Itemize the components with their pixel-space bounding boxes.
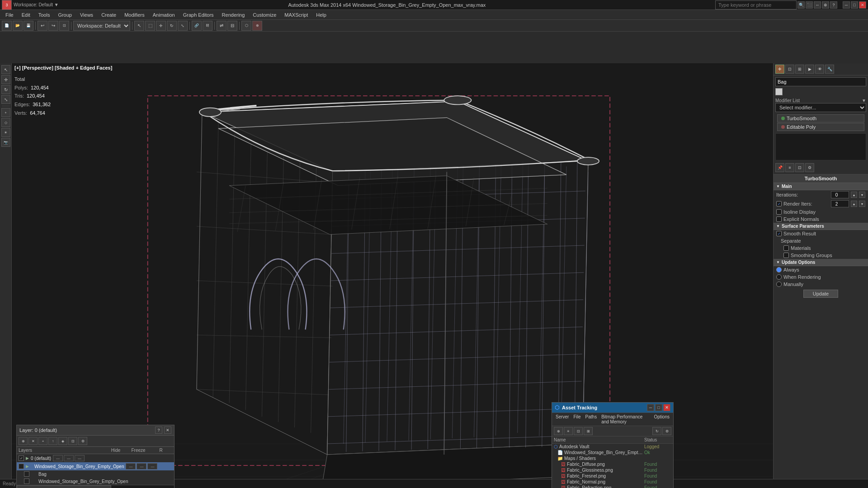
left-move[interactable]: ✛ xyxy=(1,75,10,84)
asset-panel-content[interactable]: ⬡ Autodesk Vault Logged 📄 Windowed_Stora… xyxy=(552,444,673,488)
layer-vis-bag[interactable] xyxy=(24,471,29,477)
asset-row-normal[interactable]: 🖼 Fabric_Normal.png Found xyxy=(552,479,673,485)
ts-explicit-check[interactable] xyxy=(776,216,782,222)
menu-maxscript[interactable]: MAXScript xyxy=(281,11,311,19)
panel-icon-hierarchy[interactable]: ⊞ xyxy=(795,65,804,74)
asset-row-fresnel[interactable]: 🖼 Fabric_Fresnel.png Found xyxy=(552,473,673,479)
menu-help[interactable]: Help xyxy=(312,11,330,19)
layer-vis-default[interactable] xyxy=(19,455,24,461)
swatch-color[interactable] xyxy=(775,88,783,95)
layer-item-windowed[interactable]: ▶ Windowed_Storage_Bin_Grey_Empty_Open —… xyxy=(17,462,174,470)
asset-close[interactable]: ✕ xyxy=(663,404,670,411)
ts-manually-radio[interactable] xyxy=(776,282,782,287)
panel-icon-motion[interactable]: ▶ xyxy=(805,65,814,74)
search-input[interactable] xyxy=(715,0,797,9)
asset-btn-4[interactable]: ⊞ xyxy=(584,427,593,435)
asset-row-vault[interactable]: ⬡ Autodesk Vault Logged xyxy=(552,444,673,450)
layer-scrollbar[interactable] xyxy=(17,485,174,488)
layer-new[interactable]: ⊕ xyxy=(19,437,28,445)
menu-create[interactable]: Create xyxy=(98,11,120,19)
layer-item-obj[interactable]: Windowed_Storage_Bin_Grey_Empty_Open xyxy=(17,478,174,485)
layer-item-bag[interactable]: Bag xyxy=(17,470,174,478)
modifier-list-dropdown[interactable]: Select modifier... xyxy=(775,103,866,112)
layer-r-windowed[interactable]: — xyxy=(147,463,157,469)
left-select[interactable]: ↖ xyxy=(1,65,10,74)
panel-icon-utilities[interactable]: 🔧 xyxy=(825,65,834,74)
panel-icon-create[interactable]: ✛ xyxy=(775,65,784,74)
asset-btn-3[interactable]: ⊡ xyxy=(574,427,583,435)
align-btn[interactable]: ⊟ xyxy=(227,21,237,31)
asset-maximize[interactable]: □ xyxy=(655,404,662,411)
asset-row-glossiness[interactable]: 🖼 Fabric_Glossiness.png Found xyxy=(552,467,673,473)
asset-row-maps[interactable]: 📁 Maps / Shaders xyxy=(552,455,673,461)
select-region-btn[interactable]: ⬚ xyxy=(145,21,155,31)
ts-renderiters-input[interactable] xyxy=(831,200,849,207)
undo-btn[interactable]: ↩ xyxy=(38,21,47,31)
layer-hide-default[interactable]: — xyxy=(53,455,63,461)
menu-tools[interactable]: Tools xyxy=(35,11,54,19)
workspace-selector[interactable]: Workspace: Default xyxy=(73,21,130,31)
new-btn[interactable]: 📄 xyxy=(2,21,12,31)
close-btn[interactable]: ✕ xyxy=(859,1,866,9)
link-btn[interactable]: 🔗 xyxy=(192,21,202,31)
asset-menu-bitmap[interactable]: Bitmap Performance and Memory xyxy=(599,414,651,425)
layer-settings[interactable]: ⚙ xyxy=(78,437,87,445)
scale-btn[interactable]: ⤡ xyxy=(178,21,188,31)
rp-show-active[interactable]: ⊡ xyxy=(795,163,804,172)
unlink-btn[interactable]: ⛓ xyxy=(203,21,212,31)
layer-delete[interactable]: ✕ xyxy=(28,437,38,445)
open-btn[interactable]: 📂 xyxy=(13,21,23,31)
menu-group[interactable]: Group xyxy=(54,11,75,19)
menu-file[interactable]: File xyxy=(2,11,17,19)
workspace-dropdown[interactable]: Workspace: Default ▼ xyxy=(14,2,59,7)
layer-item-default[interactable]: ▶ 0 (default) — — — xyxy=(17,454,174,462)
layer-select[interactable]: ↑ xyxy=(48,437,57,445)
asset-row-diffuse[interactable]: 🖼 Fabric_Diffuse.png Found xyxy=(552,461,673,467)
ts-update-button[interactable]: Update xyxy=(803,290,838,298)
viewport[interactable]: X Y Z [+] [Perspective] [Shaded + Edged … xyxy=(12,63,773,488)
modifier-turbosmooth[interactable]: TurboSmooth xyxy=(777,114,864,122)
layer-panel-question[interactable]: ? xyxy=(155,427,162,434)
ts-isoline-check[interactable] xyxy=(776,209,782,215)
save-btn[interactable]: 💾 xyxy=(24,21,33,31)
layer-panel-close[interactable]: ✕ xyxy=(164,427,171,434)
ts-always-radio[interactable] xyxy=(776,267,782,272)
rp-show-all[interactable]: ≡ xyxy=(785,163,794,172)
select-btn[interactable]: ↖ xyxy=(134,21,144,31)
left-camera[interactable]: 📷 xyxy=(1,138,10,147)
menu-rendering[interactable]: Rendering xyxy=(218,11,249,19)
material-btn[interactable]: ⬡ xyxy=(241,21,251,31)
object-name-input[interactable] xyxy=(775,77,866,86)
render-setup-btn[interactable]: ⊡ xyxy=(59,21,69,31)
mirror-btn[interactable]: ⇌ xyxy=(217,21,226,31)
asset-minimize[interactable]: ─ xyxy=(647,404,654,411)
render-btn[interactable]: ⊕ xyxy=(252,21,262,31)
asset-btn-1[interactable]: ⊕ xyxy=(554,427,563,435)
layer-vis-obj[interactable] xyxy=(24,479,29,484)
left-scale[interactable]: ⤡ xyxy=(1,95,10,104)
icon-btn-3[interactable]: ⊕ xyxy=(822,1,829,9)
ts-iterations-down[interactable]: ▼ xyxy=(859,192,865,198)
rp-pin[interactable]: 📌 xyxy=(775,163,784,172)
asset-btn-2[interactable]: ≡ xyxy=(564,427,573,435)
menu-modifiers[interactable]: Modifiers xyxy=(121,11,148,19)
layer-freeze-windowed[interactable]: — xyxy=(137,463,146,469)
asset-menu-server[interactable]: Server xyxy=(554,414,571,425)
layer-vis-windowed[interactable] xyxy=(19,464,24,469)
panel-icon-display[interactable]: 👁 xyxy=(815,65,824,74)
move-btn[interactable]: ✛ xyxy=(156,21,166,31)
ts-whenrendering-radio[interactable] xyxy=(776,274,782,280)
layer-freeze-default[interactable]: — xyxy=(64,455,74,461)
redo-btn[interactable]: ↪ xyxy=(48,21,58,31)
asset-menu-paths[interactable]: Paths xyxy=(584,414,599,425)
menu-animation[interactable]: Animation xyxy=(149,11,179,19)
ts-renderiters-check[interactable] xyxy=(776,201,782,206)
asset-menu-options[interactable]: Options xyxy=(652,414,671,425)
help-btn[interactable]: ? xyxy=(830,1,837,9)
layer-r-default[interactable]: — xyxy=(75,455,85,461)
ts-renderiters-up[interactable]: ▲ xyxy=(851,201,857,207)
asset-btn-settings[interactable]: ⚙ xyxy=(662,427,671,435)
asset-menu-file[interactable]: File xyxy=(571,414,582,425)
left-rotate[interactable]: ↻ xyxy=(1,85,10,94)
panel-icon-modify[interactable]: ⊡ xyxy=(785,65,794,74)
